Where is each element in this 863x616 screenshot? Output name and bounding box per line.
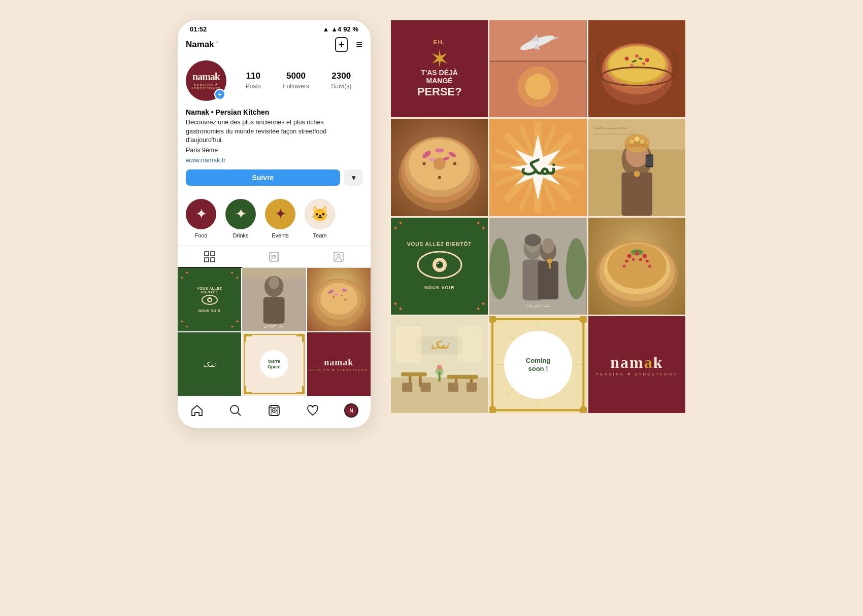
- header-username[interactable]: Namak ˇ: [186, 40, 218, 50]
- grid-cell-food-plate[interactable]: [588, 218, 685, 315]
- nav-home[interactable]: [186, 401, 208, 420]
- grid-cell-eye-green[interactable]: ✦ ✦ ✦ ✦ ✦ ✦ ✦ ✦ VOUS ALLEZ BIENTÔT NOU: [391, 218, 488, 315]
- phone-post-6[interactable]: namak PERSIAN ★ STREETFOOD: [307, 332, 371, 396]
- profile-section: namak PERSIAN ★ STREETFOOD + 110 Posts 5…: [178, 56, 371, 194]
- namak-logo-large: namak: [610, 353, 663, 372]
- highlight-team[interactable]: 🐱 Team: [305, 199, 335, 238]
- grid-cell-soup[interactable]: [588, 20, 685, 117]
- highlight-events[interactable]: ✦ Events: [265, 199, 295, 238]
- highlight-circle-drinks: ✦: [225, 199, 256, 229]
- grid-cell-collage[interactable]: [489, 20, 586, 117]
- svg-point-105: [566, 238, 586, 299]
- phone-header: Namak ˇ + ≡: [178, 35, 371, 56]
- profile-link[interactable]: www.namak.fr: [186, 157, 226, 164]
- phone-post-2[interactable]: نمک • ایلیلی: [242, 268, 306, 331]
- add-post-icon[interactable]: +: [335, 37, 348, 52]
- svg-point-111: [542, 238, 554, 253]
- highlight-label-drinks: Drinks: [233, 232, 248, 238]
- svg-point-29: [230, 405, 239, 414]
- svg-point-54: [635, 54, 638, 57]
- following-stat[interactable]: 2300 Suivi(s): [331, 71, 351, 90]
- star-icon-2: ✦: [235, 206, 247, 222]
- svg-point-123: [642, 254, 646, 258]
- highlight-food[interactable]: ✦ Food: [186, 199, 216, 238]
- dropdown-button[interactable]: ▾: [344, 169, 362, 186]
- heart-icon: [306, 404, 319, 417]
- portrait-svg: اطلاعات سیاست و اقتصاد ═════════════════…: [588, 119, 685, 216]
- svg-point-129: [648, 264, 651, 267]
- corner-br: [296, 386, 304, 393]
- avatar[interactable]: namak PERSIAN ★ STREETFOOD +: [186, 60, 226, 101]
- svg-point-33: [274, 410, 275, 412]
- phone-post-5[interactable]: We'reOpen!: [242, 332, 306, 396]
- petal-deco: ✦ ✦ ✦ ✦ ✦ ✦ ✦ ✦: [393, 220, 486, 313]
- tab-tagged[interactable]: [306, 246, 371, 267]
- reels-icon: [269, 251, 280, 262]
- grid-cell-namak-logo[interactable]: namak PERSIAN ★ STREETFOOD: [588, 316, 685, 413]
- tab-grid[interactable]: [178, 246, 242, 267]
- svg-point-55: [645, 58, 649, 62]
- svg-rect-141: [457, 326, 483, 362]
- vintage-couple-svg: نمک • ایلیلی قادا: [489, 218, 586, 315]
- svg-rect-148: [467, 383, 477, 392]
- posts-stat[interactable]: 110 Posts: [246, 71, 261, 90]
- nav-heart[interactable]: [302, 401, 324, 420]
- menu-icon[interactable]: ≡: [356, 38, 362, 51]
- grid-cell-food-bowl[interactable]: [391, 119, 488, 216]
- follow-button[interactable]: Suivre: [186, 169, 340, 186]
- svg-point-95: [634, 171, 640, 177]
- svg-text:نمک: نمک: [430, 339, 450, 351]
- profile-bio: Découvrez une des plus anciennes et plus…: [186, 118, 362, 145]
- cat-icon: 🐱: [311, 206, 329, 222]
- nav-search[interactable]: [224, 401, 247, 420]
- status-bar: 01:52 ▲ ▲4 92 %: [178, 20, 371, 35]
- svg-marker-37: [432, 49, 447, 67]
- interior-svg: نمک: [391, 316, 488, 413]
- follow-row: Suivre ▾: [186, 169, 362, 186]
- status-icons: ▲ ▲4 92 %: [322, 25, 358, 33]
- svg-rect-147: [448, 383, 458, 392]
- following-count: 2300: [331, 71, 351, 81]
- header-icons: + ≡: [335, 37, 362, 52]
- svg-point-27: [341, 294, 342, 296]
- grid-cell-portrait[interactable]: اطلاعات سیاست و اقتصاد ═════════════════…: [588, 119, 685, 216]
- svg-text:═══════════════════════: ═══════════════════════: [593, 133, 635, 136]
- svg-point-70: [434, 158, 446, 170]
- svg-point-17: [269, 276, 280, 289]
- phone-post-4[interactable]: نمک: [178, 332, 241, 396]
- svg-rect-97: [646, 156, 652, 166]
- grid-cell-vintage-couple[interactable]: نمک • ایلیلی قادا: [489, 218, 586, 315]
- svg-rect-112: [538, 261, 558, 299]
- nav-reels[interactable]: [263, 401, 285, 420]
- grid-cell-coming-soon[interactable]: Comingsoon !: [489, 316, 586, 413]
- reels-nav-icon: [268, 404, 281, 417]
- add-story-button[interactable]: +: [214, 89, 225, 100]
- followers-stat[interactable]: 5000 Followers: [283, 71, 309, 90]
- svg-point-93: [640, 140, 644, 144]
- soup-bowl-illustration: [588, 20, 685, 117]
- svg-rect-135: [447, 375, 478, 379]
- phone-post-1[interactable]: ✦ ✦ ✦ ✦ ✦ ✦ ✦ ✦ VOUS ALLEZBIENTÔT NOUS V…: [178, 268, 241, 331]
- svg-point-73: [438, 176, 441, 179]
- corner-tr: [296, 335, 304, 342]
- grid-cell-persian-text[interactable]: EH, T'AS DÉJÀMANGÉPERSE?: [391, 20, 488, 117]
- coming-soon-text: Comingsoon !: [526, 357, 550, 372]
- svg-point-57: [642, 62, 645, 65]
- followers-count: 5000: [283, 71, 309, 81]
- svg-point-126: [625, 259, 628, 262]
- grid-cell-arabic[interactable]: نمک: [489, 119, 586, 216]
- highlight-drinks[interactable]: ✦ Drinks: [225, 199, 256, 238]
- tab-reels[interactable]: [242, 246, 307, 267]
- deco-corners: [245, 335, 303, 393]
- profile-location: Paris 9ème: [186, 147, 362, 154]
- instagram-grid: EH, T'AS DÉJÀMANGÉPERSE?: [391, 20, 685, 413]
- nav-profile[interactable]: N: [340, 401, 362, 420]
- svg-point-128: [622, 264, 625, 267]
- tab-bar: [178, 246, 371, 268]
- svg-point-114: [547, 258, 552, 263]
- grid-cell-interior[interactable]: نمک: [391, 316, 488, 413]
- phone-post-3[interactable]: [307, 268, 371, 331]
- collage-illustration: [489, 20, 586, 117]
- svg-point-25: [334, 293, 338, 295]
- portrait-illustration: نمک • ایلیلی: [242, 268, 306, 331]
